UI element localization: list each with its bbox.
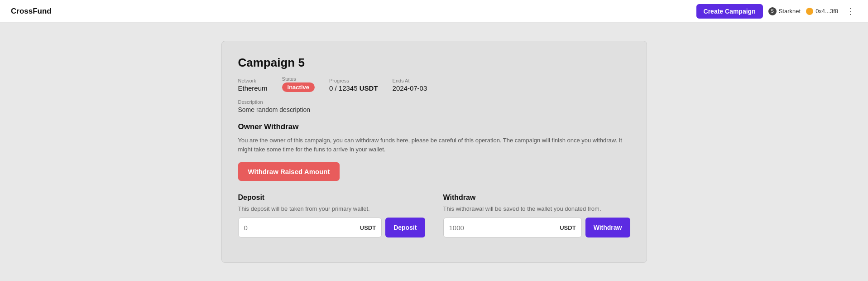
logo: CrossFund (11, 7, 52, 16)
withdraw-title: Withdraw (443, 194, 630, 202)
status-badge: inactive (282, 82, 315, 92)
progress-unit: USDT (360, 84, 378, 92)
wallet-badge: 0x4...3f8 (806, 8, 838, 15)
withdraw-input-wrapper: USDT (443, 218, 582, 237)
more-options-button[interactable]: ⋮ (844, 5, 857, 17)
deposit-title: Deposit (238, 194, 425, 202)
progress-group: Progress 0 / 12345 USDT (329, 78, 378, 92)
deposit-unit: USDT (355, 224, 381, 231)
campaign-title: Campaign 5 (238, 56, 630, 70)
owner-withdraw-title: Owner Withdraw (238, 122, 630, 131)
description-label: Description (238, 99, 630, 105)
withdraw-button[interactable]: Withdraw (585, 218, 630, 237)
ends-at-value: 2024-07-03 (393, 84, 427, 92)
withdraw-input[interactable] (444, 224, 555, 232)
starknet-icon: S (768, 7, 777, 15)
main-content: Campaign 5 Network Ethereum Status inact… (0, 23, 868, 281)
withdraw-note: This withdrawal will be saved to the wal… (443, 205, 630, 212)
description-section: Description Some random description (238, 99, 630, 113)
progress-separator: / (335, 84, 338, 92)
network-group: Network Ethereum (238, 78, 268, 92)
deposit-section: Deposit This deposit will be taken from … (238, 194, 425, 237)
ends-at-label: Ends At (393, 78, 427, 83)
withdraw-raised-button[interactable]: Withdraw Raised Amount (238, 162, 340, 181)
ends-at-group: Ends At 2024-07-03 (393, 78, 427, 92)
deposit-button[interactable]: Deposit (385, 218, 425, 237)
network-label: Network (238, 78, 268, 83)
progress-max: 12345 (339, 84, 358, 92)
network-label: Starknet (779, 8, 801, 15)
wallet-icon (806, 8, 813, 15)
progress-label: Progress (329, 78, 378, 83)
network-value: Ethereum (238, 84, 268, 92)
deposit-input-wrapper: USDT (238, 218, 382, 237)
owner-withdraw-note: You are the owner of this campaign, you … (238, 136, 630, 154)
withdraw-section: Withdraw This withdrawal will be saved t… (443, 194, 630, 237)
progress-current: 0 (329, 84, 333, 92)
deposit-withdraw-row: Deposit This deposit will be taken from … (238, 194, 630, 237)
wallet-address: 0x4...3f8 (815, 8, 838, 15)
deposit-input[interactable] (239, 224, 355, 232)
campaign-card: Campaign 5 Network Ethereum Status inact… (221, 41, 647, 263)
network-badge: S Starknet (768, 7, 801, 15)
description-text: Some random description (238, 106, 630, 113)
status-label: Status (282, 76, 315, 82)
campaign-meta: Network Ethereum Status inactive Progres… (238, 76, 630, 92)
header: CrossFund Create Campaign S Starknet 0x4… (0, 0, 868, 23)
progress-value: 0 / 12345 USDT (329, 84, 378, 92)
create-campaign-button[interactable]: Create Campaign (696, 4, 763, 19)
header-right: Create Campaign S Starknet 0x4...3f8 ⋮ (696, 4, 857, 19)
deposit-note: This deposit will be taken from your pri… (238, 205, 425, 212)
deposit-input-group: USDT Deposit (238, 218, 425, 237)
status-group: Status inactive (282, 76, 315, 92)
withdraw-unit: USDT (554, 224, 581, 231)
withdraw-input-group: USDT Withdraw (443, 218, 630, 237)
